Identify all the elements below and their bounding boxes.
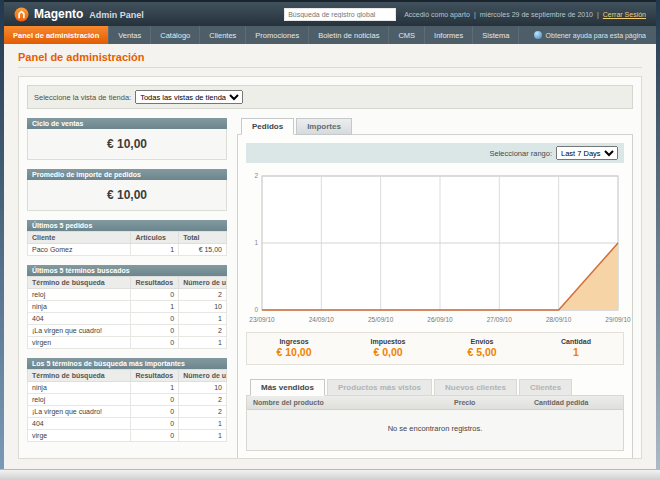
nav-item-clientes[interactable]: Clientes [200,26,246,44]
table-row: virgen01 [28,337,227,349]
box-title: Últimos 5 pedidos [27,220,227,231]
box-value: € 10,00 [27,180,227,211]
box-table: Término de búsquedaResultadosNúmero de u… [27,276,227,349]
total-ingresos: Ingresos€ 10,00 [247,338,341,358]
cell-text: reloj [28,289,131,301]
total-cantidad: Cantidad1 [529,338,623,358]
range-label: Seleccionar rango: [489,149,552,158]
column-header: Artículos [131,232,179,244]
cell-number: 0 [131,394,179,406]
nav-item-informes[interactable]: Informes [425,26,473,44]
help-link[interactable]: Obtener ayuda para esta página [534,26,656,44]
svg-text:24/09/10: 24/09/10 [309,316,335,323]
column-header: Total [179,232,227,244]
cell-text: ninja [28,382,131,394]
nav-item-promociones[interactable]: Promociones [246,26,309,44]
cell-text: ninja [28,301,131,313]
cell-number: 1 [131,382,179,394]
global-search [284,8,396,21]
total-label: Cantidad [529,338,623,345]
dashboard-box-ultimos-5-pedidos: Últimos 5 pedidosClienteArtículosTotalPa… [27,220,227,256]
range-select[interactable]: Last 7 Days [556,146,618,160]
grid-column-header: Nombre del producto [247,396,448,410]
cell-number: 1 [131,301,179,313]
svg-text:0: 0 [254,306,258,313]
total-envios: Envíos€ 5,00 [435,338,529,358]
logout-link[interactable]: Cerrar Sesión [603,11,646,18]
cell-text: ¡La virgen que cuadro! [28,325,131,337]
svg-text:26/09/10: 26/09/10 [427,316,453,323]
box-table: Término de búsquedaResultadosNúmero de u… [27,369,227,442]
store-view-bar: Seleccione la vista de tienda: Todas las… [27,85,633,109]
svg-text:28/09/10: 28/09/10 [546,316,572,323]
tab-pedidos[interactable]: Pedidos [241,118,294,135]
cell-number: 2 [179,289,227,301]
magento-logo-icon [14,7,29,22]
separator: | [474,11,476,18]
box-value: € 10,00 [27,129,227,160]
window-frame: Magento Admin Panel Accedió como aparto … [0,0,660,480]
brand-name: Magento [34,7,83,21]
svg-text:23/09/10: 23/09/10 [249,316,275,323]
tab-nuevos-clientes[interactable]: Nuevos clientes [434,379,517,396]
magento-logo: Magento Admin Panel [14,7,144,22]
svg-text:25/09/10: 25/09/10 [368,316,394,323]
cell-text: virgen [28,337,131,349]
table-row: 40401 [28,313,227,325]
tab-mas-vendidos[interactable]: Más vendidos [250,379,325,396]
column-header: Resultados [131,370,179,382]
nav-item-sistema[interactable]: Sistema [473,26,519,44]
page-content: Panel de administración Seleccione la vi… [4,44,656,469]
svg-text:1: 1 [254,239,258,246]
window-bottom-bar [0,469,660,480]
tab-clientes[interactable]: Clientes [519,379,572,396]
cell-number: 1 [179,337,227,349]
cell-number: 0 [131,313,179,325]
cell-text: ¡La virgen que cuadro! [28,406,131,418]
window-edge-right [656,0,660,480]
cell-number: 2 [179,406,227,418]
range-bar: Seleccionar rango: Last 7 Days [246,143,624,163]
dashboard-box-ciclo-de-ventas: Ciclo de ventas€ 10,00 [27,118,227,160]
nav-item-boletin-de-noticias[interactable]: Boletín de noticias [309,26,389,44]
cell-number: 10 [179,382,227,394]
column-header: Número de usos [179,277,227,289]
total-label: Impuestos [341,338,435,345]
box-title: Ciclo de ventas [27,118,227,129]
box-title: Promedio de importe de pedidos [27,169,227,180]
logged-in-as: Accedió como aparto [404,11,470,18]
admin-screen: Magento Admin Panel Accedió como aparto … [4,0,656,469]
total-value: € 0,00 [341,346,435,358]
orders-chart: 01223/09/1024/09/1025/09/1026/09/1027/09… [246,170,624,326]
total-label: Ingresos [247,338,341,345]
orders-panel: Seleccionar rango: Last 7 Days 01223/09/… [237,134,633,459]
cell-number: 0 [131,325,179,337]
box-table: ClienteArtículosTotalPaco Gomez1€ 15,00 [27,231,227,256]
column-header: Término de búsqueda [28,277,131,289]
bottom-tabs: Más vendidosProductos más vistosNuevos c… [246,379,624,396]
sidebar: Ciclo de ventas€ 10,00Promedio de import… [27,118,227,451]
dashboard-main: PedidosImportes Seleccionar rango: Last … [237,118,633,459]
nav-item-panel-de-administracion[interactable]: Panel de administración [4,26,109,44]
cell-text: 404 [28,313,131,325]
cell-text: Paco Gomez [28,244,131,256]
help-label: Obtener ayuda para esta página [546,32,646,39]
area-chart: 01223/09/1024/09/1025/09/1026/09/1027/09… [246,170,624,326]
dashboard-box-los-5-terminos-de-busqueda-mas-importantes: Los 5 términos de búsqueda más important… [27,358,227,442]
cell-number: 2 [179,394,227,406]
tab-productos-mas-vistos[interactable]: Productos más vistos [327,379,432,396]
dashboard-box-promedio-de-importe-de-pedidos: Promedio de importe de pedidos€ 10,00 [27,169,227,211]
global-search-input[interactable] [284,8,396,21]
nav-item-cms[interactable]: CMS [389,26,425,44]
cell-number: 0 [131,289,179,301]
nav-item-ventas[interactable]: Ventas [109,26,151,44]
tab-importes[interactable]: Importes [296,118,352,135]
nav-item-catalogo[interactable]: Catálogo [151,26,200,44]
store-view-select[interactable]: Todas las vistas de tienda [135,90,243,104]
dashboard-box-ultimos-5-terminos-buscados: Últimos 5 términos buscadosTérmino de bú… [27,265,227,349]
cell-number: 0 [131,418,179,430]
main-nav: Panel de administraciónVentasCatálogoCli… [4,26,656,44]
help-icon [534,31,542,39]
svg-text:27/09/10: 27/09/10 [487,316,513,323]
brand-suffix: Admin Panel [89,10,144,20]
